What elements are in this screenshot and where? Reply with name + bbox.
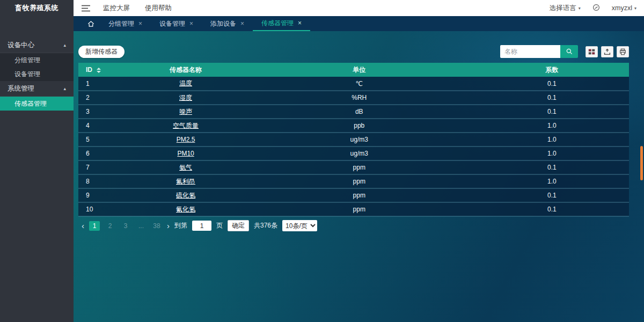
sort-icon	[97, 68, 101, 73]
column-header-unit: 单位	[244, 63, 475, 77]
sidebar-group-device-center[interactable]: 设备中心 ▴	[0, 38, 74, 53]
cell-unit: ppm	[244, 174, 475, 188]
prev-page-button[interactable]: ‹	[82, 221, 84, 231]
sensor-name-link[interactable]: 温度	[179, 79, 192, 87]
table-header-row: ID 传感器名称 单位 系数	[78, 63, 629, 77]
column-header-id[interactable]: ID	[78, 63, 128, 77]
chevron-down-icon: ▾	[634, 6, 636, 11]
page-button-3[interactable]: 3	[120, 221, 131, 231]
table-row: 9 硫化氢 ppm 0.1	[78, 188, 629, 202]
close-icon[interactable]: ×	[298, 19, 302, 27]
table-row: 10 氰化氢 ppm 0.1	[78, 202, 629, 216]
sidebar-item-sensor-management[interactable]: 传感器管理	[0, 97, 74, 111]
cell-id: 1	[78, 77, 128, 91]
sensor-name-link[interactable]: 噪声	[179, 108, 192, 115]
cell-unit: ppm	[244, 160, 475, 174]
column-header-name: 传感器名称	[128, 63, 243, 77]
sensor-name-link[interactable]: 氰化氢	[176, 206, 195, 213]
print-button[interactable]	[617, 46, 629, 57]
close-icon[interactable]: ×	[138, 20, 142, 27]
topbar-right: 选择语言 ▾ xmyzxl ▾	[550, 4, 636, 13]
sidebar-group-label: 系统管理	[8, 84, 34, 93]
table-tool-buttons	[586, 46, 629, 57]
export-button[interactable]	[601, 46, 613, 57]
total-count-label: 共376条	[254, 221, 277, 230]
user-menu[interactable]: xmyzxl ▾	[612, 4, 636, 12]
tab-label: 分组管理	[108, 19, 134, 28]
page-size-select[interactable]: 10条/页	[282, 220, 317, 231]
cell-coef: 0.1	[475, 105, 629, 119]
table-row: 1 温度 ℃ 0.1	[78, 77, 629, 91]
tab-label: 设备管理	[159, 19, 185, 28]
cell-unit: ppm	[244, 202, 475, 216]
page-unit-label: 页	[216, 221, 223, 230]
sensor-name-link[interactable]: PM2.5	[177, 136, 195, 143]
sensor-name-link[interactable]: PM10	[177, 150, 194, 157]
cell-coef: 0.1	[475, 91, 629, 105]
cell-id: 4	[78, 119, 128, 133]
sensor-name-link[interactable]: 氟利昂	[176, 178, 195, 185]
tab-device-management[interactable]: 设备管理 ×	[151, 16, 202, 31]
sidebar-nav: 设备中心 ▴ 分组管理 设备管理 系统管理 ▴ 传感器管理	[0, 38, 74, 111]
clock-icon[interactable]	[592, 4, 600, 13]
sensor-table: ID 传感器名称 单位 系数 1 温度 ℃ 0.1	[78, 63, 629, 217]
export-icon	[604, 48, 611, 55]
menu-item-help[interactable]: 使用帮助	[145, 4, 172, 13]
tab-sensor-management[interactable]: 传感器管理 ×	[253, 16, 310, 31]
goto-page-input[interactable]	[192, 221, 211, 231]
menu-item-monitor-screen[interactable]: 监控大屏	[103, 4, 130, 13]
topbar: 监控大屏 使用帮助 选择语言 ▾ xmyzxl ▾	[74, 0, 644, 16]
cell-coef: 1.0	[475, 147, 629, 160]
cell-id: 8	[78, 174, 128, 188]
page-button-38[interactable]: 38	[151, 221, 162, 231]
cell-id: 2	[78, 91, 128, 105]
cell-coef: 0.1	[475, 160, 629, 174]
hamburger-menu-icon[interactable]	[82, 4, 91, 12]
cell-unit: ppm	[244, 188, 475, 202]
pagination: ‹ 1 2 3 ... 38 › 到第 页 确定 共376条 10条/页	[78, 220, 629, 231]
close-icon[interactable]: ×	[189, 20, 193, 27]
next-page-button[interactable]: ›	[167, 221, 170, 231]
cell-unit: dB	[244, 105, 475, 119]
content-panel: 新增传感器	[74, 31, 644, 322]
close-icon[interactable]: ×	[240, 20, 244, 27]
sidebar-group-system-management[interactable]: 系统管理 ▴	[0, 81, 74, 96]
cell-id: 10	[78, 202, 128, 216]
chevron-down-icon: ▾	[579, 6, 581, 11]
cell-coef: 1.0	[475, 133, 629, 147]
tab-label: 传感器管理	[261, 19, 294, 28]
page-button-ellipsis[interactable]: ...	[136, 221, 147, 231]
search-button[interactable]	[560, 45, 578, 58]
chevron-up-icon: ▴	[63, 86, 66, 91]
grid-icon	[588, 48, 595, 55]
top-menu: 监控大屏 使用帮助	[103, 4, 172, 13]
sidebar-item-group-management[interactable]: 分组管理	[0, 53, 74, 67]
home-tab[interactable]	[82, 16, 100, 31]
table-row: 3 噪声 dB 0.1	[78, 105, 629, 119]
cell-coef: 1.0	[475, 174, 629, 188]
scrollbar-thumb[interactable]	[640, 146, 643, 180]
cell-unit: ℃	[244, 77, 475, 91]
columns-toggle-button[interactable]	[586, 46, 598, 57]
sensor-name-link[interactable]: 硫化氢	[176, 192, 195, 199]
sensor-name-link[interactable]: 空气质量	[173, 122, 199, 129]
table-row: 5 PM2.5 ug/m3 1.0	[78, 133, 629, 147]
search-input[interactable]	[500, 45, 560, 58]
goto-confirm-button[interactable]: 确定	[228, 220, 249, 231]
chevron-up-icon: ▴	[63, 42, 66, 48]
sensor-name-link[interactable]: 湿度	[179, 94, 192, 101]
page-button-2[interactable]: 2	[105, 221, 115, 231]
home-icon	[87, 20, 95, 27]
cell-coef: 0.1	[475, 77, 629, 91]
toolbar-right	[500, 45, 629, 58]
sensor-name-link[interactable]: 氨气	[179, 164, 192, 171]
sidebar-item-device-management[interactable]: 设备管理	[0, 67, 74, 81]
tab-add-device[interactable]: 添加设备 ×	[202, 16, 253, 31]
cell-id: 6	[78, 147, 128, 160]
page-button-1[interactable]: 1	[89, 221, 100, 231]
tab-group-management[interactable]: 分组管理 ×	[100, 16, 151, 31]
add-sensor-button[interactable]: 新增传感器	[78, 46, 125, 58]
language-selector[interactable]: 选择语言 ▾	[550, 4, 581, 13]
printer-icon	[619, 48, 626, 55]
table-toolbar: 新增传感器	[78, 45, 629, 58]
